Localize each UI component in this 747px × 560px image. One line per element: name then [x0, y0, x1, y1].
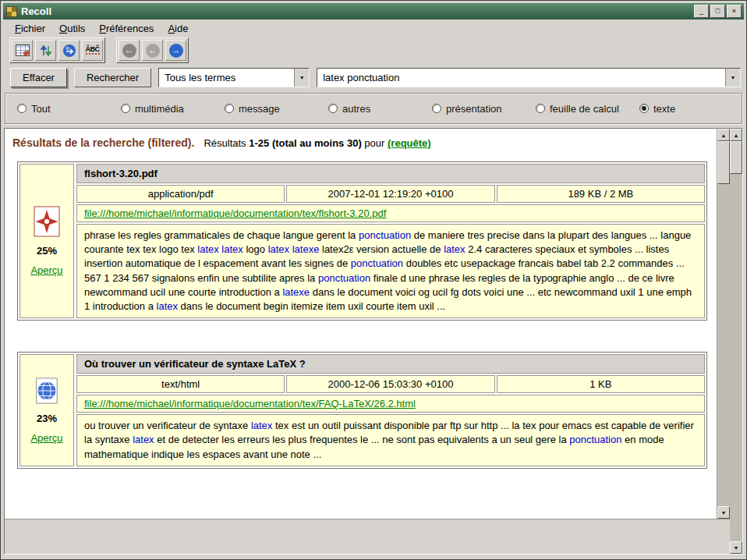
scrollbar-track[interactable] [730, 174, 742, 541]
results-main: Résultats de la recherche (filtered).Rés… [5, 129, 730, 554]
next-page-icon: → [169, 44, 183, 58]
scrollbar-track[interactable] [717, 184, 730, 506]
radio-icon [225, 104, 234, 113]
result-url-row: file:///home/michael/informatique/docume… [76, 204, 705, 222]
radio-icon [121, 104, 130, 113]
result-title: flshort-3.20.pdf [76, 164, 705, 183]
menu-fichier[interactable]: Fichier [8, 20, 52, 37]
filter-radio-texte[interactable]: texte [639, 103, 675, 115]
table-icon [16, 44, 30, 56]
arrow-up-icon: ▲ [734, 133, 739, 138]
recoll-app-icon [6, 6, 17, 17]
result-size: 189 KB / 2 MB [497, 185, 705, 203]
search-button[interactable]: Rechercher [74, 68, 151, 87]
filter-radio-multimedia[interactable]: multimédia [121, 103, 225, 115]
filter-label: texte [653, 103, 675, 115]
menu-outils[interactable]: Outils [52, 20, 92, 37]
close-button[interactable]: × [727, 5, 742, 18]
result-url-link[interactable]: file:///home/michael/informatique/docume… [84, 398, 416, 409]
search-bar: Effacer Rechercher Tous les termes ▼ ▼ [3, 63, 744, 91]
search-mode-select[interactable]: Tous les termes ▼ [158, 68, 310, 87]
scroll-down-button[interactable]: ▼ [717, 506, 730, 519]
search-query-arrow-button[interactable]: ▼ [725, 69, 740, 87]
scroll-down-button[interactable]: ▼ [730, 541, 742, 554]
filter-label: autres [342, 103, 370, 115]
sort-arrows-icon [40, 44, 52, 57]
close-icon: × [732, 8, 736, 15]
scroll-up-button[interactable]: ▲ [717, 129, 730, 141]
result-body: flshort-3.20.pdf application/pdf 2007-12… [76, 164, 705, 318]
spellcheck-icon: ÂBĈ [86, 46, 100, 55]
result-size: 1 KB [497, 375, 705, 393]
relevance-score: 23% [37, 413, 57, 424]
result-date: 2000-12-06 15:03:30 +0100 [286, 375, 494, 393]
menubar: Fichier Outils Préférences Aide [3, 19, 744, 37]
filter-radio-tout[interactable]: Tout [17, 103, 121, 115]
results-pane-scrollbar[interactable]: ▲ ▼ [730, 129, 742, 554]
filter-radio-feuille-de-calcul[interactable]: feuille de calcul [536, 103, 639, 115]
result-item: 25% Aperçu flshort-3.20.pdf application/… [17, 161, 707, 321]
minimize-icon: _ [699, 8, 703, 15]
filter-label: message [239, 103, 280, 115]
result-side-panel: 23% Aperçu [19, 354, 74, 466]
filter-label: feuille de calcul [550, 103, 619, 115]
show-query-details-button[interactable] [58, 40, 80, 61]
results-summary-prefix: Résultats [204, 137, 246, 149]
results-page: Résultats de la recherche (filtered).Rés… [5, 129, 717, 519]
result-url-link[interactable]: file:///home/michael/informatique/docume… [84, 207, 386, 219]
result-mime-type: application/pdf [76, 185, 285, 203]
result-date: 2007-12-01 12:19:20 +0100 [286, 185, 494, 203]
maximize-icon: □ [716, 8, 720, 15]
results-summary-range: 1-25 (total au moins 30) [249, 137, 361, 149]
relevance-score: 25% [37, 245, 57, 257]
menu-preferences[interactable]: Préférences [92, 20, 161, 37]
results-summary-connector: pour [364, 137, 384, 149]
search-mode-value: Tous les termes [159, 69, 294, 87]
query-details-link[interactable]: (requête) [388, 137, 431, 149]
first-page-button[interactable]: ← [119, 40, 140, 61]
clear-search-button[interactable] [12, 40, 33, 61]
term-explorer-button[interactable]: ÂBĈ [82, 40, 103, 61]
html-document-icon [34, 377, 60, 405]
recoll-window: Recoll _ □ × Fichier Outils Préférences … [0, 0, 747, 560]
radio-icon [639, 104, 649, 113]
preview-link[interactable]: Aperçu [30, 264, 62, 276]
scrollbar-thumb[interactable] [717, 141, 730, 184]
filter-label: multimédia [135, 103, 184, 115]
filter-radio-autres[interactable]: autres [328, 103, 432, 115]
scrollbar-thumb[interactable] [730, 141, 742, 174]
radio-icon [328, 104, 338, 113]
clear-button[interactable]: Effacer [10, 68, 67, 87]
result-title: Où trouver un vérificateur de syntaxe La… [76, 354, 705, 374]
maximize-button[interactable]: □ [710, 5, 725, 18]
radio-icon [17, 104, 27, 113]
next-page-button[interactable]: → [165, 40, 186, 61]
results-list-scrollbar[interactable]: ▲ ▼ [717, 129, 730, 519]
menu-aide[interactable]: Aide [161, 20, 195, 37]
globe-arrow-icon [62, 44, 76, 58]
previous-page-button[interactable]: ← [142, 40, 163, 61]
search-mode-arrow-button[interactable]: ▼ [294, 69, 309, 87]
radio-icon [536, 104, 545, 113]
titlebar[interactable]: Recoll _ □ × [3, 3, 744, 19]
result-item: 23% Aperçu Où trouver un vérificateur de… [17, 352, 707, 469]
search-query-input[interactable] [317, 69, 725, 87]
results-view: Résultats de la recherche (filtered).Rés… [5, 129, 730, 519]
preview-link[interactable]: Aperçu [30, 432, 62, 444]
result-meta-row: application/pdf 2007-12-01 12:19:20 +010… [76, 185, 705, 203]
result-abstract: ou trouver un verificateur de syntaxe la… [76, 414, 705, 466]
result-body: Où trouver un vérificateur de syntaxe La… [76, 354, 705, 466]
minimize-button[interactable]: _ [694, 5, 709, 18]
sort-by-date-button[interactable] [35, 40, 56, 61]
results-header: Résultats de la recherche (filtered).Rés… [12, 136, 712, 149]
filter-label: Tout [31, 103, 51, 115]
window-title: Recoll [21, 5, 692, 17]
result-url-row: file:///home/michael/informatique/docume… [76, 395, 705, 413]
scroll-up-button[interactable]: ▲ [730, 129, 742, 141]
toolbar-group-tools: ÂBĈ [9, 37, 105, 63]
filter-radio-message[interactable]: message [225, 103, 328, 115]
arrow-down-icon: ▼ [721, 510, 727, 516]
result-mime-type: text/html [76, 375, 285, 393]
filter-label: présentation [446, 103, 502, 115]
filter-radio-presentation[interactable]: présentation [432, 103, 536, 115]
